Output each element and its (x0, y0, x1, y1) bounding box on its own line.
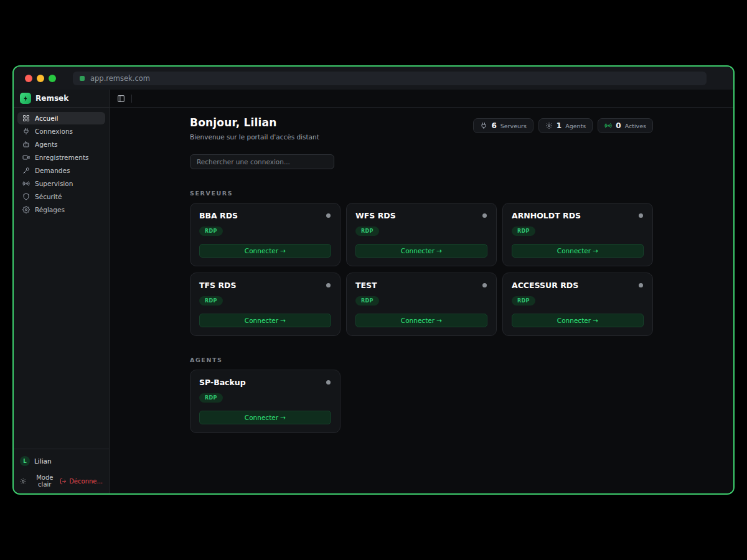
theme-toggle-button[interactable]: Mode clair (20, 474, 60, 488)
server-name: ACCESSUR RDS (512, 281, 644, 290)
sidebar-header: Remsek (14, 90, 109, 108)
agent-card: SP-Backup RDP Connecter → (190, 370, 341, 433)
avatar: L (20, 456, 30, 466)
protocol-badge: RDP (512, 226, 535, 236)
topbar-divider (131, 95, 132, 103)
content-topbar (110, 90, 733, 108)
server-card: WFS RDS RDP Connecter → (346, 203, 497, 266)
connect-button[interactable]: Connecter → (355, 314, 487, 327)
sidebar-nav: Accueil Connexions Agents Enregistrement… (14, 108, 109, 220)
sidebar-item-demandes[interactable]: Demandes (17, 164, 105, 177)
server-name: BBA RDS (199, 211, 331, 220)
zoom-window-button[interactable] (49, 75, 56, 82)
server-card: TFS RDS RDP Connecter → (190, 273, 341, 336)
stat-label: Actives (625, 123, 646, 129)
user-profile: L Lilian (20, 454, 103, 469)
sidebar-item-label: Accueil (35, 114, 59, 122)
broadcast-icon (22, 180, 30, 187)
server-name: ARNHOLDT RDS (512, 211, 644, 220)
connect-button[interactable]: Connecter → (199, 244, 331, 258)
connect-button[interactable]: Connecter → (199, 314, 331, 327)
stat-value: 1 (557, 121, 561, 130)
protocol-badge: RDP (199, 393, 223, 403)
connect-button[interactable]: Connecter → (512, 314, 644, 327)
sidebar-item-label: Supervision (35, 180, 73, 187)
stat-serveurs: 6 Serveurs (473, 118, 533, 133)
status-dot (639, 283, 643, 287)
shield-icon (22, 193, 30, 200)
stat-label: Agents (565, 123, 586, 129)
remsek-logo-icon (20, 93, 31, 104)
server-card: ACCESSUR RDS RDP Connecter → (502, 273, 653, 336)
protocol-badge: RDP (512, 296, 535, 306)
sidebar-item-accueil[interactable]: Accueil (17, 112, 105, 124)
server-name: TFS RDS (199, 281, 331, 290)
server-card: ARNHOLDT RDS RDP Connecter → (502, 203, 653, 266)
status-dot (639, 213, 643, 218)
protocol-badge: RDP (199, 226, 223, 236)
agent-name: SP-Backup (199, 378, 331, 387)
connect-button[interactable]: Connecter → (512, 244, 644, 258)
sidebar-item-securite[interactable]: Sécurité (17, 190, 105, 203)
section-title-agents: AGENTS (190, 357, 653, 363)
grid-icon (22, 114, 30, 122)
protocol-badge: RDP (355, 226, 379, 236)
sidebar-item-connexions[interactable]: Connexions (17, 125, 105, 138)
status-dot (482, 213, 487, 218)
brand-name: Remsek (35, 94, 68, 103)
sidebar-item-supervision[interactable]: Supervision (17, 177, 105, 190)
page-header: Bonjour, Lilian Bienvenue sur le portail… (190, 116, 319, 141)
stat-value: 0 (616, 121, 621, 130)
stat-agents: 1 Agents (538, 118, 593, 133)
sidebar-item-label: Connexions (35, 128, 73, 135)
key-icon (22, 167, 30, 174)
sidebar-item-agents[interactable]: Agents (17, 138, 105, 151)
close-window-button[interactable] (25, 75, 32, 82)
status-dot (482, 283, 487, 287)
traffic-lights (25, 75, 56, 82)
url-text: app.remsek.com (90, 74, 150, 83)
search-input[interactable] (190, 154, 334, 169)
server-name: TEST (355, 281, 487, 290)
protocol-badge: RDP (355, 296, 379, 306)
sidebar-toggle-icon[interactable] (117, 95, 125, 103)
section-title-serveurs: SERVEURS (190, 190, 653, 197)
connect-button[interactable]: Connecter → (199, 411, 331, 424)
serveurs-grid: BBA RDS RDP Connecter → WFS RDS RDP Conn… (190, 203, 653, 336)
site-favicon (80, 76, 85, 81)
page-title: Bonjour, Lilian (190, 116, 319, 129)
main-scroll: Bonjour, Lilian Bienvenue sur le portail… (110, 108, 733, 493)
plug-icon (480, 122, 487, 129)
logout-icon (60, 478, 67, 485)
logout-label: Déconne... (69, 478, 103, 485)
bot-icon (22, 141, 30, 148)
stat-value: 6 (491, 121, 496, 130)
stat-actives: 0 Actives (598, 118, 653, 133)
agents-grid: SP-Backup RDP Connecter → (190, 370, 653, 433)
logout-button[interactable]: Déconne... (60, 478, 103, 485)
server-card: TEST RDP Connecter → (346, 273, 497, 336)
sidebar-item-reglages[interactable]: Réglages (17, 203, 105, 216)
protocol-badge: RDP (199, 296, 223, 306)
sidebar-item-label: Enregistrements (35, 154, 88, 161)
browser-window: app.remsek.com Remsek Accueil Connexions (12, 65, 735, 495)
video-icon (22, 154, 30, 161)
sidebar-footer: L Lilian Mode clair Déconne... (14, 449, 109, 493)
user-name: Lilian (34, 457, 52, 465)
gear-icon (22, 206, 30, 213)
sidebar: Remsek Accueil Connexions Agents Enreg (14, 90, 110, 493)
sun-icon (20, 478, 26, 485)
status-dot (326, 380, 331, 385)
connect-button[interactable]: Connecter → (355, 244, 487, 258)
browser-chrome: app.remsek.com (14, 67, 733, 90)
status-dot (326, 283, 331, 287)
gear-icon (545, 122, 553, 129)
sidebar-item-label: Sécurité (35, 193, 62, 200)
sidebar-item-label: Demandes (35, 167, 70, 174)
status-dot (326, 213, 331, 218)
sidebar-item-enregistrements[interactable]: Enregistrements (17, 151, 105, 164)
server-card: BBA RDS RDP Connecter → (190, 203, 341, 266)
stat-label: Serveurs (500, 123, 527, 129)
url-bar[interactable]: app.remsek.com (73, 72, 707, 85)
minimize-window-button[interactable] (37, 75, 44, 82)
